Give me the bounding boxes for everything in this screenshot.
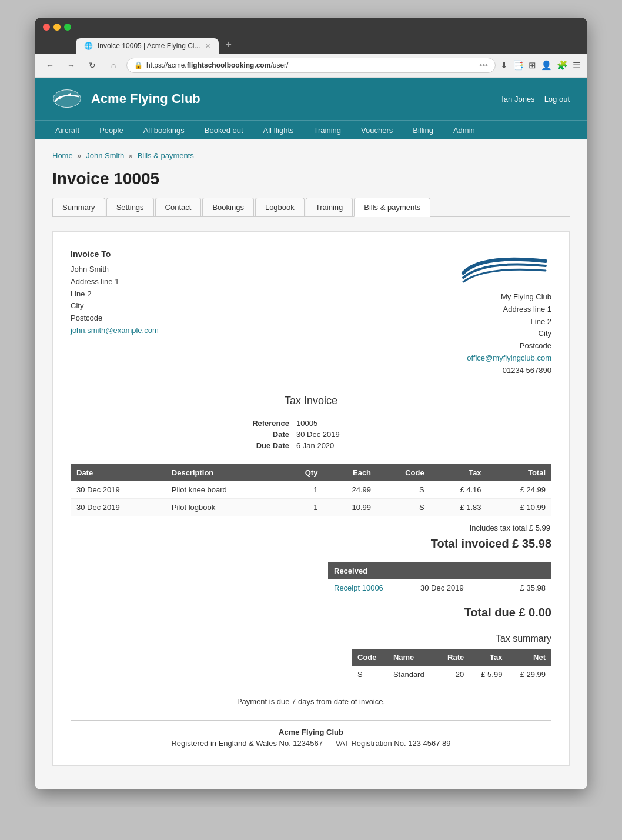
home-button[interactable]: ⌂ <box>105 57 122 74</box>
app-content: Acme Flying Club Ian Jones Log out Aircr… <box>35 78 587 789</box>
row-total: £ 24.99 <box>487 481 551 499</box>
menu-icon[interactable]: ☰ <box>573 60 580 71</box>
tax-summary-title: Tax summary <box>71 634 551 644</box>
date-value: 30 Dec 2019 <box>296 430 384 439</box>
nav-booked-out[interactable]: Booked out <box>196 121 252 139</box>
account-icon[interactable]: 👤 <box>541 60 552 71</box>
row-total: £ 10.99 <box>487 498 551 516</box>
invoice-to-name: John Smith <box>71 264 159 276</box>
ts-code: S <box>352 666 387 683</box>
invoice-from-postcode: Postcode <box>457 340 551 352</box>
reference-label: Reference <box>238 419 296 428</box>
tab-logbook[interactable]: Logbook <box>255 198 305 216</box>
extension-icon[interactable]: 🧩 <box>557 60 568 71</box>
nav-aircraft[interactable]: Aircraft <box>46 121 88 139</box>
col-date: Date <box>71 464 166 481</box>
tab-bookings[interactable]: Bookings <box>202 198 253 216</box>
breadcrumb-home[interactable]: Home <box>52 151 73 160</box>
close-dot[interactable] <box>43 24 50 31</box>
tab-close-icon[interactable]: ✕ <box>205 42 210 50</box>
ts-name: Standard <box>387 666 437 683</box>
nav-training[interactable]: Training <box>305 121 350 139</box>
ts-col-rate: Rate <box>437 649 470 666</box>
col-each: Each <box>323 464 377 481</box>
browser-tab-bar: 🌐 Invoice 10005 | Acme Flying Cl... ✕ + <box>35 36 587 54</box>
invoice-from-line2: Line 2 <box>457 316 551 328</box>
breadcrumb-sep1: » <box>77 151 81 160</box>
browser-titlebar <box>35 18 587 36</box>
footer-divider <box>71 720 551 721</box>
invoice-footer: Acme Flying Club Registered in England &… <box>71 728 551 748</box>
app-nav: Aircraft People All bookings Booked out … <box>35 120 587 139</box>
ts-col-tax: Tax <box>470 649 508 666</box>
header-title: Acme Flying Club <box>91 91 200 106</box>
club-logo <box>457 249 551 286</box>
breadcrumb-sep2: » <box>129 151 133 160</box>
reference-row: Reference 10005 <box>71 419 551 428</box>
row-each: 10.99 <box>323 498 377 516</box>
more-icon: ••• <box>479 61 488 70</box>
header-left: Acme Flying Club <box>52 87 200 111</box>
row-code: S <box>377 498 430 516</box>
bookmark-icon[interactable]: 📑 <box>513 60 524 71</box>
invoice-to-postcode: Postcode <box>71 312 159 325</box>
tab-training[interactable]: Training <box>306 198 353 216</box>
header-user[interactable]: Ian Jones <box>501 95 534 104</box>
invoice-from-email[interactable]: office@myflyingclub.com <box>467 354 551 362</box>
browser-tab[interactable]: 🌐 Invoice 10005 | Acme Flying Cl... ✕ <box>76 38 219 54</box>
receipt-link[interactable]: Receipt 10006 <box>334 584 383 592</box>
invoice-to-city: City <box>71 300 159 312</box>
invoice-to-line2: Line 2 <box>71 288 159 301</box>
row-code: S <box>377 481 430 499</box>
invoice-details: Reference 10005 Date 30 Dec 2019 Due Dat… <box>71 419 551 450</box>
nav-admin[interactable]: Admin <box>444 121 484 139</box>
tab-summary[interactable]: Summary <box>52 198 105 216</box>
tab-settings[interactable]: Settings <box>106 198 154 216</box>
app-header: Acme Flying Club Ian Jones Log out <box>35 78 587 120</box>
tab-bar: Summary Settings Contact Bookings Logboo… <box>52 198 570 217</box>
footer-registration: Registered in England & Wales No. 123456… <box>171 739 323 748</box>
date-label: Date <box>238 430 296 439</box>
receipt-date: 30 Dec 2019 <box>414 579 493 596</box>
logout-link[interactable]: Log out <box>544 95 570 104</box>
tax-total-row: Includes tax total £ 5.99 <box>71 524 551 532</box>
row-date: 30 Dec 2019 <box>71 481 166 499</box>
tab-bills-payments[interactable]: Bills & payments <box>354 198 430 217</box>
browser-window: 🌐 Invoice 10005 | Acme Flying Cl... ✕ + … <box>35 18 587 789</box>
nav-vouchers[interactable]: Vouchers <box>352 121 402 139</box>
back-button[interactable]: ← <box>42 57 58 74</box>
tab-title: Invoice 10005 | Acme Flying Cl... <box>98 42 200 50</box>
total-due: Total due £ 0.00 <box>71 606 551 619</box>
address-bar[interactable]: 🔒 https://acme.flightschoolbooking.com/u… <box>126 58 496 73</box>
row-qty: 1 <box>281 498 323 516</box>
col-total: Total <box>487 464 551 481</box>
page-title: Invoice 10005 <box>52 169 570 188</box>
tax-invoice-title: Tax Invoice <box>71 395 551 407</box>
col-code: Code <box>377 464 430 481</box>
new-tab-button[interactable]: + <box>221 36 237 54</box>
minimize-dot[interactable] <box>53 24 61 31</box>
received-header: Received <box>328 562 551 579</box>
invoice-from-address1: Address line 1 <box>457 304 551 316</box>
reload-button[interactable]: ↻ <box>84 57 101 74</box>
apps-icon[interactable]: ⊞ <box>529 60 536 71</box>
received-table: Received Receipt 10006 30 Dec 2019 −£ 35… <box>328 562 551 596</box>
ts-net: £ 29.99 <box>508 666 551 683</box>
invoice-to-email[interactable]: john.smith@example.com <box>71 326 159 335</box>
col-tax: Tax <box>430 464 487 481</box>
invoice-from: My Flying Club Address line 1 Line 2 Cit… <box>457 249 551 377</box>
tab-contact[interactable]: Contact <box>155 198 202 216</box>
maximize-dot[interactable] <box>64 24 71 31</box>
breadcrumb-person[interactable]: John Smith <box>86 151 124 160</box>
nav-billing[interactable]: Billing <box>404 121 442 139</box>
download-icon[interactable]: ⬇ <box>500 60 508 71</box>
lock-icon: 🔒 <box>134 61 143 69</box>
due-date-row: Due Date 6 Jan 2020 <box>71 441 551 450</box>
tax-summary-section: Code Name Rate Tax Net S Standard 20 £ 5… <box>71 649 551 683</box>
nav-all-bookings[interactable]: All bookings <box>135 121 193 139</box>
invoice-to: Invoice To John Smith Address line 1 Lin… <box>71 249 159 377</box>
nav-people[interactable]: People <box>91 121 132 139</box>
nav-all-flights[interactable]: All flights <box>255 121 303 139</box>
ts-col-name: Name <box>387 649 437 666</box>
forward-button[interactable]: → <box>63 57 79 74</box>
